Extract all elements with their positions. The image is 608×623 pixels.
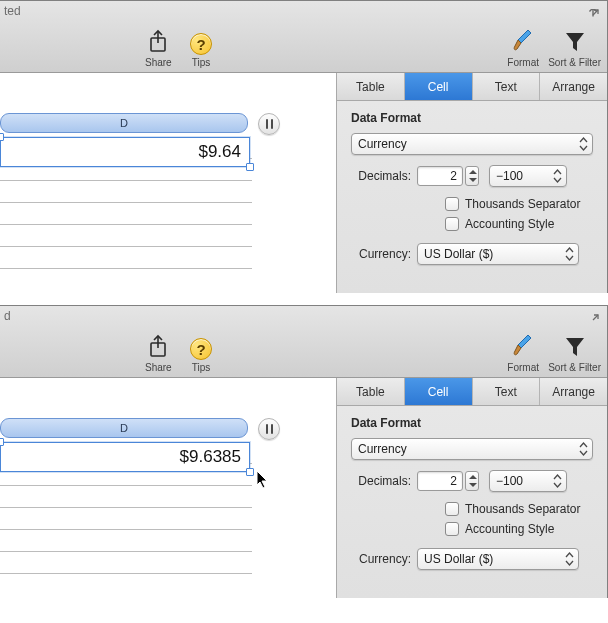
inspector-tabs: Table Cell Text Arrange xyxy=(337,378,607,406)
decimals-input[interactable]: 2 xyxy=(417,471,463,491)
numbers-window: d Share ? Tips Format Sort & Filter xyxy=(0,305,608,598)
tab-table[interactable]: Table xyxy=(337,73,405,100)
format-label: Format xyxy=(507,57,539,68)
cell-value: $9.6385 xyxy=(180,447,241,467)
inspector-panel: Table Cell Text Arrange Data Format Curr… xyxy=(336,378,607,598)
spreadsheet-canvas[interactable]: D $9.6385 xyxy=(0,378,336,598)
table-row[interactable] xyxy=(0,247,252,269)
fullscreen-icon[interactable] xyxy=(587,9,599,21)
accounting-label: Accounting Style xyxy=(465,522,554,536)
section-data-format: Data Format xyxy=(351,111,593,125)
share-toolbar-item[interactable]: Share xyxy=(145,29,172,68)
accounting-checkbox[interactable] xyxy=(445,217,459,231)
inspector-panel: Table Cell Text Arrange Data Format Curr… xyxy=(336,73,607,293)
table-row[interactable] xyxy=(0,203,252,225)
thousands-label: Thousands Separator xyxy=(465,197,580,211)
mouse-cursor-icon xyxy=(256,470,270,490)
tips-label: Tips xyxy=(190,57,212,68)
decimals-stepper[interactable] xyxy=(465,471,479,491)
tips-icon: ? xyxy=(190,33,212,55)
fullscreen-icon[interactable] xyxy=(587,314,599,326)
format-toolbar-item[interactable]: Format xyxy=(507,332,539,373)
accounting-label: Accounting Style xyxy=(465,217,554,231)
data-format-popup[interactable]: Currency xyxy=(351,133,593,155)
currency-label: Currency: xyxy=(351,247,417,261)
table-row[interactable] xyxy=(0,225,252,247)
numbers-window: ted Share ? Tips Format Sort & Filter xyxy=(0,0,608,293)
sortfilter-toolbar-item[interactable]: Sort & Filter xyxy=(548,334,601,373)
tab-cell[interactable]: Cell xyxy=(405,378,473,405)
format-toolbar-item[interactable]: Format xyxy=(507,27,539,68)
share-label: Share xyxy=(145,57,172,68)
selection-handle[interactable] xyxy=(246,468,254,476)
negative-format-popup[interactable]: −100 xyxy=(489,165,567,187)
cell-value: $9.64 xyxy=(198,142,241,162)
decimals-stepper[interactable] xyxy=(465,166,479,186)
chevron-updown-icon xyxy=(553,474,562,488)
table-row[interactable] xyxy=(0,530,252,552)
decimals-label: Decimals: xyxy=(351,474,417,488)
selection-handle[interactable] xyxy=(246,163,254,171)
share-label: Share xyxy=(145,362,172,373)
negative-format-value: −100 xyxy=(496,169,523,183)
selection-handle[interactable] xyxy=(0,133,4,141)
tab-table[interactable]: Table xyxy=(337,378,405,405)
table-row[interactable] xyxy=(0,486,252,508)
decimals-input[interactable]: 2 xyxy=(417,166,463,186)
sortfilter-label: Sort & Filter xyxy=(548,362,601,373)
decimals-label: Decimals: xyxy=(351,169,417,183)
column-menu-button[interactable] xyxy=(258,418,280,440)
selected-cell[interactable]: $9.64 xyxy=(0,137,250,167)
funnel-icon xyxy=(548,29,601,55)
thousands-label: Thousands Separator xyxy=(465,502,580,516)
selection-handle[interactable] xyxy=(0,438,4,446)
data-format-value: Currency xyxy=(358,442,407,456)
data-format-popup[interactable]: Currency xyxy=(351,438,593,460)
tab-text[interactable]: Text xyxy=(473,378,541,405)
funnel-icon xyxy=(548,334,601,360)
tips-label: Tips xyxy=(190,362,212,373)
table-row[interactable] xyxy=(0,508,252,530)
currency-popup[interactable]: US Dollar ($) xyxy=(417,243,579,265)
currency-popup[interactable]: US Dollar ($) xyxy=(417,548,579,570)
tab-cell[interactable]: Cell xyxy=(405,73,473,100)
format-label: Format xyxy=(507,362,539,373)
column-menu-button[interactable] xyxy=(258,113,280,135)
inspector-tabs: Table Cell Text Arrange xyxy=(337,73,607,101)
window-title-fragment: ted xyxy=(4,4,21,18)
svg-line-3 xyxy=(593,315,598,320)
tab-arrange[interactable]: Arrange xyxy=(540,73,607,100)
section-data-format: Data Format xyxy=(351,416,593,430)
chevron-updown-icon xyxy=(565,552,574,566)
share-icon xyxy=(145,334,172,360)
spreadsheet-canvas[interactable]: D $9.64 xyxy=(0,73,336,293)
chevron-updown-icon xyxy=(553,169,562,183)
negative-format-value: −100 xyxy=(496,474,523,488)
thousands-checkbox[interactable] xyxy=(445,197,459,211)
tips-icon: ? xyxy=(190,338,212,360)
share-icon xyxy=(145,29,172,55)
toolbar: d Share ? Tips Format Sort & Filter xyxy=(0,306,607,378)
negative-format-popup[interactable]: −100 xyxy=(489,470,567,492)
currency-label: Currency: xyxy=(351,552,417,566)
tab-arrange[interactable]: Arrange xyxy=(540,378,607,405)
paintbrush-icon xyxy=(507,27,539,55)
chevron-updown-icon xyxy=(565,247,574,261)
currency-value: US Dollar ($) xyxy=(424,552,493,566)
thousands-checkbox[interactable] xyxy=(445,502,459,516)
chevron-updown-icon xyxy=(579,442,588,456)
paintbrush-icon xyxy=(507,332,539,360)
table-row[interactable] xyxy=(0,181,252,203)
sortfilter-label: Sort & Filter xyxy=(548,57,601,68)
share-toolbar-item[interactable]: Share xyxy=(145,334,172,373)
column-header-D[interactable]: D xyxy=(0,418,248,438)
tab-text[interactable]: Text xyxy=(473,73,541,100)
column-header-D[interactable]: D xyxy=(0,113,248,133)
sortfilter-toolbar-item[interactable]: Sort & Filter xyxy=(548,29,601,68)
data-format-value: Currency xyxy=(358,137,407,151)
table-row[interactable] xyxy=(0,552,252,574)
selected-cell[interactable]: $9.6385 xyxy=(0,442,250,472)
tips-toolbar-item[interactable]: ? Tips xyxy=(190,338,212,373)
accounting-checkbox[interactable] xyxy=(445,522,459,536)
tips-toolbar-item[interactable]: ? Tips xyxy=(190,33,212,68)
